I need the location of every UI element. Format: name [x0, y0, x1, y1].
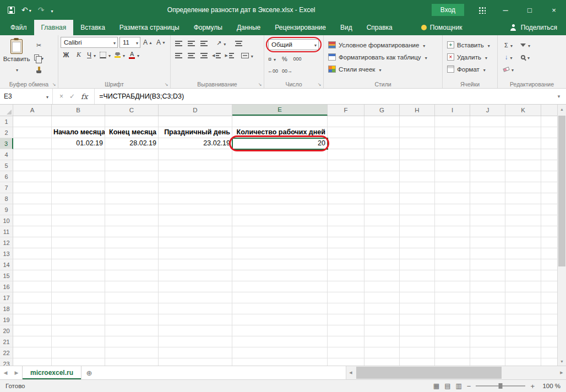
- cell-A14[interactable]: [13, 259, 52, 270]
- cell-D12[interactable]: [159, 237, 232, 248]
- borders-button[interactable]: [99, 50, 112, 60]
- tab-file[interactable]: Файл: [3, 20, 34, 35]
- decrease-font-size-button[interactable]: А▼: [155, 37, 167, 48]
- close-button[interactable]: ×: [542, 0, 566, 20]
- cell-F7[interactable]: [328, 182, 364, 193]
- tab-review[interactable]: Рецензирование: [268, 20, 333, 35]
- cell-F11[interactable]: [328, 226, 364, 237]
- cell-I14[interactable]: [435, 259, 470, 270]
- cell-E11[interactable]: [232, 226, 328, 237]
- cell-J19[interactable]: [470, 314, 505, 325]
- cell-B21[interactable]: [52, 336, 105, 347]
- cell-H6[interactable]: [400, 171, 435, 182]
- cell-C20[interactable]: [105, 325, 159, 336]
- cell-I1[interactable]: [435, 116, 470, 127]
- cell-D5[interactable]: [159, 160, 232, 171]
- cell-C12[interactable]: [105, 237, 159, 248]
- cell-J14[interactable]: [470, 259, 505, 270]
- cell-F14[interactable]: [328, 259, 364, 270]
- cell-B13[interactable]: [52, 248, 105, 259]
- cell-G3[interactable]: [364, 138, 400, 149]
- tab-help[interactable]: Справка: [360, 20, 400, 35]
- cell-J8[interactable]: [470, 193, 505, 204]
- cell-E16[interactable]: [232, 281, 328, 292]
- cell-partial-18[interactable]: [541, 303, 557, 314]
- row-header-5[interactable]: 5: [0, 160, 13, 171]
- cell-A2[interactable]: [13, 127, 52, 138]
- cell-A5[interactable]: [13, 160, 52, 171]
- cell-D9[interactable]: [159, 204, 232, 215]
- cell-I19[interactable]: [435, 314, 470, 325]
- cell-F6[interactable]: [328, 171, 364, 182]
- cell-J3[interactable]: [470, 138, 505, 149]
- cell-A11[interactable]: [13, 226, 52, 237]
- cell-K10[interactable]: [505, 215, 541, 226]
- cell-partial-17[interactable]: [541, 292, 557, 303]
- cell-C19[interactable]: [105, 314, 159, 325]
- cell-partial-19[interactable]: [541, 314, 557, 325]
- cell-K13[interactable]: [505, 248, 541, 259]
- column-header-B[interactable]: B: [52, 105, 105, 116]
- cell-I3[interactable]: [435, 138, 470, 149]
- cell-I23[interactable]: [435, 358, 470, 366]
- align-right-button[interactable]: [198, 50, 209, 61]
- cell-G19[interactable]: [364, 314, 400, 325]
- cell-C2[interactable]: Конец месяца: [105, 127, 159, 138]
- cell-C18[interactable]: [105, 303, 159, 314]
- increase-font-size-button[interactable]: А▲: [142, 37, 154, 48]
- cell-E9[interactable]: [232, 204, 328, 215]
- cell-G12[interactable]: [364, 237, 400, 248]
- cell-H10[interactable]: [400, 215, 435, 226]
- cell-H2[interactable]: [400, 127, 435, 138]
- vertical-scrollbar-thumb[interactable]: [558, 116, 565, 266]
- ribbon-display-options-icon[interactable]: [478, 7, 486, 14]
- cell-I8[interactable]: [435, 193, 470, 204]
- cell-H18[interactable]: [400, 303, 435, 314]
- cell-F3[interactable]: [328, 138, 364, 149]
- cell-A4[interactable]: [13, 149, 52, 160]
- cell-B20[interactable]: [52, 325, 105, 336]
- cell-C1[interactable]: [105, 116, 159, 127]
- cell-A18[interactable]: [13, 303, 52, 314]
- copy-button[interactable]: [33, 52, 45, 63]
- sign-in-button[interactable]: Вход: [432, 4, 464, 16]
- name-box[interactable]: E3: [0, 89, 53, 104]
- cell-C14[interactable]: [105, 259, 159, 270]
- cell-B18[interactable]: [52, 303, 105, 314]
- conditional-formatting-button[interactable]: Условное форматирование: [326, 39, 440, 51]
- align-center-button[interactable]: [186, 50, 197, 61]
- cell-K2[interactable]: [505, 127, 541, 138]
- cell-K18[interactable]: [505, 303, 541, 314]
- cell-E1[interactable]: [232, 116, 328, 127]
- cell-E2[interactable]: Количество рабочих дней: [232, 127, 328, 138]
- cell-E23[interactable]: [232, 358, 328, 366]
- cell-K17[interactable]: [505, 292, 541, 303]
- align-middle-button[interactable]: [186, 38, 197, 48]
- cell-G14[interactable]: [364, 259, 400, 270]
- cell-G13[interactable]: [364, 248, 400, 259]
- cell-F1[interactable]: [328, 116, 364, 127]
- cell-F15[interactable]: [328, 270, 364, 281]
- wrap-text-button[interactable]: [233, 38, 244, 48]
- merge-center-button[interactable]: [240, 50, 254, 61]
- cell-J16[interactable]: [470, 281, 505, 292]
- row-header-11[interactable]: 11: [0, 226, 13, 237]
- cell-A17[interactable]: [13, 292, 52, 303]
- undo-caret-icon[interactable]: [29, 6, 31, 15]
- cell-B19[interactable]: [52, 314, 105, 325]
- cell-K12[interactable]: [505, 237, 541, 248]
- cell-D16[interactable]: [159, 281, 232, 292]
- cell-D21[interactable]: [159, 336, 232, 347]
- cell-A21[interactable]: [13, 336, 52, 347]
- cell-G10[interactable]: [364, 215, 400, 226]
- cell-F16[interactable]: [328, 281, 364, 292]
- scroll-up-icon[interactable]: ▲: [558, 105, 566, 113]
- cell-J15[interactable]: [470, 270, 505, 281]
- cell-I9[interactable]: [435, 204, 470, 215]
- tab-view[interactable]: Вид: [333, 20, 360, 35]
- cell-I10[interactable]: [435, 215, 470, 226]
- cell-E13[interactable]: [232, 248, 328, 259]
- cell-B10[interactable]: [52, 215, 105, 226]
- decrease-decimal-button[interactable]: 00→: [281, 66, 293, 76]
- cell-partial-14[interactable]: [541, 259, 557, 270]
